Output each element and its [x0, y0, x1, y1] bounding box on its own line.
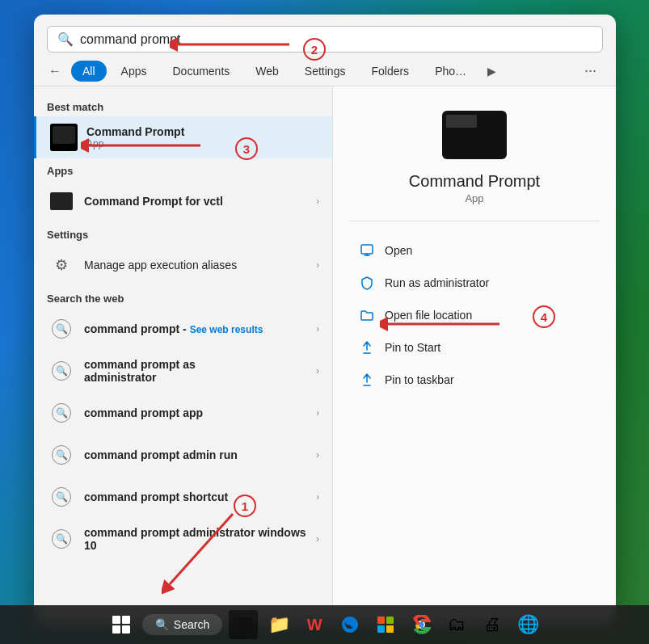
search-icon: 🔍 — [57, 32, 74, 47]
web-icon-5: 🔍 — [47, 482, 76, 511]
run-as-admin-label: Run as administrator — [385, 276, 489, 289]
web-item-6[interactable]: 🔍 command prompt administrator windows 1… — [34, 518, 332, 560]
taskbar-search-button[interactable]: 🔍 Search — [142, 614, 222, 635]
tab-apps[interactable]: Apps — [110, 61, 158, 82]
web-item-3[interactable]: 🔍 command prompt app › — [34, 392, 332, 434]
search-input[interactable] — [80, 32, 592, 47]
see-web-results-link[interactable]: See web results — [190, 324, 263, 335]
web-title-4: command prompt admin run — [84, 448, 316, 461]
chevron-icon: › — [316, 196, 319, 207]
cmdvctl-title: Command Prompt for vctl — [84, 195, 316, 208]
web-icon-6: 🔍 — [47, 524, 76, 554]
svg-rect-4 — [361, 245, 373, 254]
chevron-7: › — [316, 491, 319, 503]
taskbar-files-icon[interactable]: 🗂 — [442, 610, 471, 639]
taskbar-chrome-icon[interactable] — [407, 610, 436, 639]
web-section-label: Search the web — [34, 286, 332, 308]
web-title-1: command prompt - See web results — [84, 322, 316, 335]
svg-rect-7 — [377, 625, 385, 633]
chevron-4: › — [316, 365, 319, 377]
svg-rect-6 — [386, 617, 394, 624]
web-text-2: command prompt asadministrator — [84, 358, 316, 384]
aliases-text: Manage app execution aliases — [84, 259, 316, 271]
web-title-3: command prompt app — [84, 406, 316, 419]
chevron-3: › — [316, 323, 319, 335]
best-match-subtitle: App — [86, 138, 319, 149]
tab-pho[interactable]: Pho… — [424, 61, 478, 82]
web-icon-4: 🔍 — [47, 440, 76, 469]
taskbar-search-label: Search — [174, 618, 209, 631]
back-button[interactable]: ← — [42, 61, 68, 82]
svg-rect-5 — [377, 617, 385, 624]
aliases-title: Manage app execution aliases — [84, 259, 316, 271]
tab-documents[interactable]: Documents — [161, 61, 241, 82]
app-name: Command Prompt — [409, 172, 540, 191]
shield-icon — [359, 275, 375, 291]
chevron-icon-2: › — [316, 259, 319, 271]
web-text-6: command prompt administrator windows 10 — [84, 526, 316, 552]
folder-icon — [359, 307, 375, 323]
play-button[interactable]: ▶ — [481, 61, 503, 81]
action-run-as-admin[interactable]: Run as administrator — [349, 267, 600, 299]
tab-all[interactable]: All — [71, 61, 107, 82]
action-pin-start[interactable]: Pin to Start — [349, 331, 600, 364]
web-item-2[interactable]: 🔍 command prompt asadministrator › — [34, 350, 332, 392]
tab-settings[interactable]: Settings — [293, 61, 357, 82]
tab-folders[interactable]: Folders — [360, 61, 420, 82]
pin-start-label: Pin to Start — [385, 341, 440, 354]
filter-tabs: ← All Apps Documents Web Settings Folder… — [34, 53, 616, 86]
settings-icon: ⚙ — [47, 250, 76, 280]
web-item-5[interactable]: 🔍 command prompt shortcut › — [34, 476, 332, 518]
tab-web[interactable]: Web — [244, 61, 290, 82]
right-panel: Command Prompt App Open Run as administr… — [333, 86, 616, 624]
taskbar-earth-icon[interactable]: 🌐 — [513, 610, 542, 639]
taskbar-store-icon[interactable] — [371, 610, 400, 639]
more-button[interactable]: ··· — [578, 59, 603, 82]
web-text-5: command prompt shortcut — [84, 490, 316, 503]
taskbar: 🔍 Search 📁 W 🗂 🖨 🌐 — [0, 605, 649, 644]
settings-item-aliases[interactable]: ⚙ Manage app execution aliases › — [34, 244, 332, 286]
start-button[interactable] — [107, 610, 136, 639]
web-title-2: command prompt asadministrator — [84, 358, 316, 384]
chevron-6: › — [316, 449, 319, 461]
best-match-title: Command Prompt — [86, 125, 319, 138]
best-match-section-label: Best match — [34, 95, 332, 116]
open-icon — [359, 242, 375, 259]
taskbar-printer-icon[interactable]: 🖨 — [478, 610, 507, 639]
action-list: Open Run as administrator Open file loca… — [349, 234, 600, 396]
cmdvctl-icon — [47, 187, 76, 216]
best-match-item[interactable]: Command Prompt App — [34, 116, 332, 158]
taskbar-folder-icon[interactable]: 📁 — [264, 610, 293, 639]
action-open-file-location[interactable]: Open file location — [349, 299, 600, 331]
web-icon-3: 🔍 — [47, 398, 76, 427]
open-file-location-label: Open file location — [385, 309, 472, 322]
action-pin-taskbar[interactable]: Pin to taskbar — [349, 364, 600, 396]
pin-taskbar-icon — [359, 372, 375, 388]
main-content: Best match Command Prompt App Apps Comma… — [34, 86, 616, 624]
svg-rect-8 — [386, 625, 394, 633]
action-open[interactable]: Open — [349, 234, 600, 267]
cmdvctl-text: Command Prompt for vctl — [84, 195, 316, 208]
taskbar-cmd-icon[interactable] — [229, 610, 258, 639]
apps-section-label: Apps — [34, 158, 332, 180]
divider — [349, 221, 600, 221]
web-title-5: command prompt shortcut — [84, 490, 316, 503]
apps-item-cmdvctl[interactable]: Command Prompt for vctl › — [34, 180, 332, 222]
search-bar[interactable]: 🔍 — [47, 26, 603, 53]
settings-section-label: Settings — [34, 222, 332, 244]
app-type: App — [465, 192, 483, 204]
cmd-icon — [49, 123, 78, 152]
best-match-text: Command Prompt App — [86, 125, 319, 149]
taskbar-search-icon: 🔍 — [155, 618, 169, 631]
taskbar-winamp-icon[interactable]: W — [300, 610, 329, 639]
web-item-4[interactable]: 🔍 command prompt admin run › — [34, 434, 332, 476]
taskbar-edge-icon[interactable] — [335, 610, 365, 639]
chevron-8: › — [316, 533, 319, 545]
pin-taskbar-label: Pin to taskbar — [385, 373, 454, 386]
search-panel: 🔍 ← All Apps Documents Web Settings Fold… — [34, 15, 616, 625]
web-title-6: command prompt administrator windows 10 — [84, 526, 316, 552]
open-label: Open — [385, 244, 412, 257]
web-item-1[interactable]: 🔍 command prompt - See web results › — [34, 308, 332, 350]
pin-start-icon — [359, 339, 375, 356]
web-icon-2: 🔍 — [47, 356, 76, 385]
